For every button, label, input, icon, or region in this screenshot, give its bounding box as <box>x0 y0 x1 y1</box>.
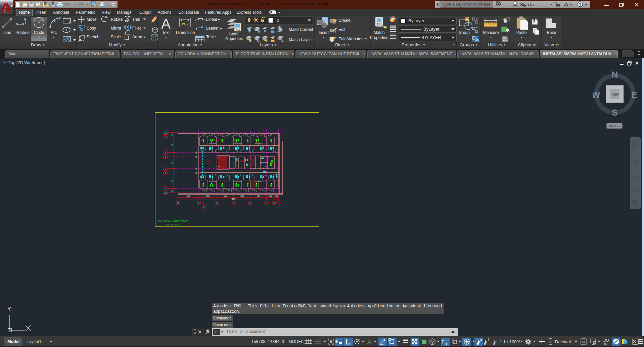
svg-text:0A: 0A <box>164 192 167 194</box>
svg-text:Y: Y <box>7 306 11 312</box>
svg-text:41000: 41000 <box>231 198 236 200</box>
svg-text:35: 35 <box>171 190 173 192</box>
svg-text:5: 5 <box>165 151 166 154</box>
svg-text:1: 1 <box>165 187 166 190</box>
svg-text:INSTALASI SISTIM MATV: INSTALASI SISTIM MATV <box>158 219 188 222</box>
svg-text:R. 3: R. 3 <box>215 139 217 141</box>
svg-text:N: N <box>612 70 618 80</box>
svg-text:A1: A1 <box>177 202 179 204</box>
svg-text:R. 23: R. 23 <box>268 185 270 186</box>
svg-text:LIFT: LIFT <box>207 162 210 164</box>
svg-text:?: ? <box>579 2 582 6</box>
svg-text:A: A <box>198 202 200 204</box>
svg-text:R. 2: R. 2 <box>208 139 210 141</box>
svg-text:Decimal: Decimal <box>555 339 571 344</box>
svg-text:0: 0 <box>277 18 279 23</box>
svg-text:6000: 6000 <box>187 196 190 197</box>
svg-text:35: 35 <box>171 134 173 136</box>
svg-text:E: E <box>249 202 251 204</box>
svg-text:1:1 / 100%: 1:1 / 100% <box>500 339 521 344</box>
svg-text:R. 9: R. 9 <box>268 139 270 141</box>
svg-text:C: C <box>216 202 218 204</box>
svg-text:4: 4 <box>165 156 166 158</box>
svg-text:G: G <box>273 202 275 204</box>
svg-text:R. 7: R. 7 <box>253 139 255 141</box>
svg-text:3000: 3000 <box>206 196 210 197</box>
svg-text:5000: 5000 <box>240 196 244 197</box>
svg-text:35: 35 <box>171 144 173 146</box>
svg-text:4500: 4500 <box>269 196 272 197</box>
svg-text:TOP: TOP <box>611 92 619 97</box>
svg-text:LANTAI DUA: LANTAI DUA <box>166 223 181 226</box>
svg-text:MT: MT <box>197 159 199 161</box>
svg-text:6: 6 <box>165 136 166 138</box>
svg-text:R. 17: R. 17 <box>208 185 210 186</box>
svg-text:R. 18: R. 18 <box>215 185 217 186</box>
svg-text:R. 4: R. 4 <box>219 139 221 141</box>
svg-text:H: H <box>278 202 279 204</box>
svg-text:2: 2 <box>165 172 166 174</box>
svg-text:EL +3.50: EL +3.50 <box>213 166 218 168</box>
svg-text:R. 19: R. 19 <box>219 185 221 186</box>
svg-text:35: 35 <box>171 180 173 182</box>
svg-text:EL +3.50: EL +3.50 <box>213 157 218 158</box>
svg-text:3: 3 <box>165 168 166 170</box>
svg-text:F: F <box>266 202 267 204</box>
svg-text:D: D <box>233 202 235 204</box>
svg-text:5000: 5000 <box>257 196 261 197</box>
svg-text:R. 21: R. 21 <box>241 185 243 186</box>
svg-text:R. 1: R. 1 <box>200 139 202 141</box>
svg-text:S: S <box>612 107 617 118</box>
svg-text:R. 6: R. 6 <box>241 139 243 141</box>
svg-text:KORIDOR: KORIDOR <box>231 161 237 162</box>
svg-text:5000: 5000 <box>224 196 227 197</box>
svg-text:+1.75: +1.75 <box>239 165 242 167</box>
svg-text:A: A <box>161 16 171 32</box>
svg-text:R. 16: R. 16 <box>200 185 203 186</box>
svg-text:Type a keyword or phrase: Type a keyword or phrase <box>442 2 491 7</box>
svg-text:B: B <box>203 206 204 209</box>
svg-text:R. 22: R. 22 <box>253 185 256 186</box>
svg-text:R. 15: R. 15 <box>264 159 267 161</box>
svg-text:Sign In: Sign In <box>520 2 534 7</box>
svg-text:2000: 2000 <box>275 196 278 197</box>
svg-text:E: E <box>631 90 637 100</box>
svg-text:R. 20: R. 20 <box>233 185 235 186</box>
svg-text:R. 5: R. 5 <box>233 139 235 141</box>
svg-text:LIFT: LIFT <box>240 161 243 163</box>
svg-text:35: 35 <box>171 162 173 164</box>
svg-text:A1: A1 <box>164 132 167 134</box>
svg-text:R. 8: R. 8 <box>260 139 262 141</box>
svg-text:W: W <box>593 90 600 100</box>
